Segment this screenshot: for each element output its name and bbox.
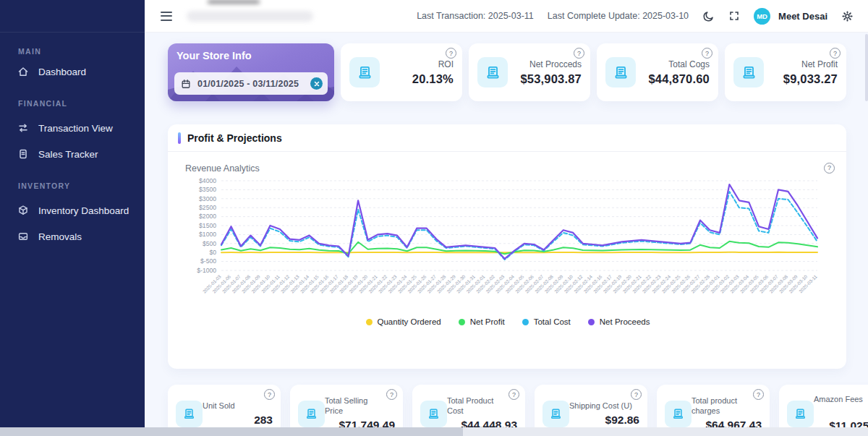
settings-button[interactable]	[841, 10, 854, 22]
stat-value: $71,749.49	[325, 419, 395, 427]
sidebar-logo-area	[0, 0, 145, 33]
transfer-arrows-icon	[17, 122, 29, 134]
last-update-text: Last Complete Update: 2025-03-10	[548, 11, 689, 21]
profit-projections-card: Profit & Projections Revenue Analytics ?…	[168, 124, 846, 369]
fullscreen-button[interactable]	[728, 10, 740, 22]
date-range-picker[interactable]: 01/01/2025 - 03/11/2025	[174, 72, 328, 95]
svg-text:$1000: $1000	[199, 231, 216, 238]
stat-label: Net Procceds	[520, 60, 582, 70]
receipt-icon	[349, 57, 380, 87]
revenue-analytics-chart: $4000$3500$3000$2500$2000$1500$1000$500$…	[181, 174, 830, 315]
legend-dot	[366, 319, 373, 325]
horizontal-scrollbar-thumb[interactable]	[0, 427, 463, 436]
svg-text:$0: $0	[209, 249, 216, 256]
store-name-redacted	[187, 11, 313, 22]
help-icon[interactable]: ?	[753, 389, 764, 400]
legend-dot	[588, 319, 595, 325]
svg-text:$2500: $2500	[199, 204, 216, 211]
gear-icon	[841, 10, 854, 22]
date-range-value: 01/01/2025 - 03/11/2025	[197, 79, 299, 89]
stat-card-net-proceeds: ? Net Procceds $53,903.87	[469, 43, 590, 101]
stat-card-shipping-cost: ? Shipping Cost (U) $92.86	[535, 385, 647, 427]
calendar-icon	[181, 79, 191, 89]
help-icon[interactable]: ?	[386, 389, 397, 400]
stat-value: $92.86	[569, 414, 639, 426]
receipt-icon	[605, 57, 636, 87]
stat-card-unit-sold: ? Unit Sold 283	[168, 385, 281, 427]
stat-label: Total Cogs	[648, 60, 710, 70]
stat-value: $64,967.43	[692, 419, 762, 427]
legend-dot	[459, 319, 465, 325]
sidebar-item-removals[interactable]: Removals	[0, 223, 145, 249]
section-accent-bar	[178, 132, 181, 144]
stat-value: $44,870.60	[648, 72, 710, 86]
sidebar-section-financial: FINANCIAL	[18, 99, 145, 108]
last-transaction-text: Last Transaction: 2025-03-11	[417, 11, 534, 21]
legend-item: Quantity Ordered	[366, 317, 441, 326]
receipt-icon	[176, 401, 203, 427]
sidebar-item-label: Transaction View	[38, 123, 113, 134]
svg-text:$500: $500	[203, 240, 216, 247]
help-icon[interactable]: ?	[702, 48, 712, 59]
store-info-title: Your Store Info	[176, 50, 252, 61]
stat-card-total-cogs: ? Total Cogs $44,870.60	[597, 43, 718, 101]
sidebar-item-transaction-view[interactable]: Transaction View	[0, 115, 145, 141]
menu-toggle-button[interactable]	[161, 12, 172, 21]
receipt-icon	[787, 401, 814, 427]
home-icon	[17, 66, 29, 77]
help-icon[interactable]: ?	[264, 389, 275, 400]
stat-label: ROI	[412, 60, 454, 70]
svg-text:$-500: $-500	[200, 257, 216, 265]
dashboard-page: MAIN Dashboard FINANCIAL Transaction Vie…	[0, 0, 868, 436]
sidebar-item-sales-tracker[interactable]: Sales Tracker	[0, 141, 145, 167]
stat-label: Unit Sold	[203, 401, 273, 411]
dark-mode-toggle[interactable]	[702, 10, 715, 22]
receipt-icon	[542, 401, 569, 427]
sidebar-item-inventory-dashboard[interactable]: Inventory Dashboard	[0, 197, 145, 223]
stat-label: Amazon Fees	[814, 395, 868, 405]
help-icon[interactable]: ?	[574, 48, 584, 59]
sidebar-section-inventory: INVENTORY	[18, 181, 145, 190]
svg-text:$3500: $3500	[199, 186, 216, 193]
chart-legend: Quantity OrderedNet ProfitTotal CostNet …	[181, 317, 835, 326]
stat-label: Total Selling Price	[325, 396, 395, 416]
svg-text:$-1000: $-1000	[197, 267, 216, 274]
sidebar-section-main: MAIN	[18, 47, 145, 56]
sidebar-item-label: Removals	[38, 231, 82, 242]
document-icon	[17, 148, 29, 160]
receipt-icon	[665, 401, 692, 427]
tray-icon	[17, 231, 29, 242]
user-name: Meet Desai	[778, 11, 827, 22]
stat-card-total-product-cost: ? Total Product Cost $44,448.93	[412, 385, 525, 427]
legend-item: Net Profit	[459, 317, 505, 326]
horizontal-scrollbar[interactable]	[0, 427, 868, 436]
vertical-scrollbar-thumb[interactable]	[865, 34, 868, 101]
stat-card-amazon-fees: ? Amazon Fees - $11,025.11	[779, 385, 868, 427]
help-icon[interactable]: ?	[824, 163, 835, 174]
help-icon[interactable]: ?	[631, 389, 642, 400]
sidebar-item-label: Inventory Dashboard	[38, 205, 129, 216]
svg-text:$2000: $2000	[199, 213, 216, 220]
section-title: Profit & Projections	[187, 132, 282, 144]
fullscreen-icon	[728, 10, 740, 22]
receipt-icon	[420, 401, 447, 427]
legend-item: Net Proceeds	[588, 317, 650, 326]
topbar: Last Transaction: 2025-03-11 Last Comple…	[145, 0, 868, 33]
clear-date-button[interactable]	[310, 77, 323, 90]
receipt-icon	[298, 401, 325, 427]
sidebar: MAIN Dashboard FINANCIAL Transaction Vie…	[0, 0, 145, 427]
redacted-smudge	[208, 0, 260, 4]
stat-value: 283	[203, 414, 273, 426]
stat-value: $53,903.87	[520, 72, 582, 86]
help-icon[interactable]: ?	[509, 389, 519, 400]
help-icon[interactable]: ?	[830, 48, 841, 59]
stat-value: - $11,025.11	[814, 407, 868, 427]
stat-value: $9,033.27	[783, 72, 838, 86]
sidebar-item-label: Sales Tracker	[38, 149, 98, 160]
sidebar-item-dashboard[interactable]: Dashboard	[0, 59, 145, 85]
stat-card-roi: ? ROI 20.13%	[341, 43, 462, 101]
receipt-icon	[733, 57, 764, 87]
stat-value: 20.13%	[412, 72, 454, 86]
help-icon[interactable]: ?	[446, 48, 456, 59]
user-avatar[interactable]: MD	[754, 8, 770, 25]
